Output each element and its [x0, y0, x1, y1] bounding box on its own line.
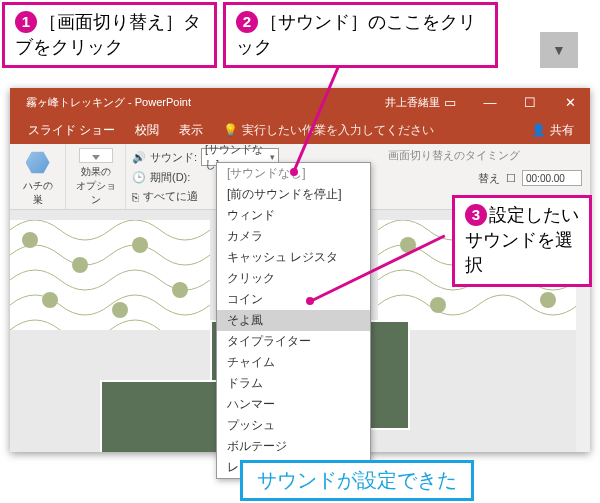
svg-point-11: [430, 297, 446, 313]
apply-all-icon: ⎘: [132, 191, 139, 203]
timing-value: 00:00.00: [526, 173, 565, 184]
minimize-icon: —: [484, 95, 497, 110]
page-down-button[interactable]: ▼: [540, 32, 578, 68]
tab-review[interactable]: 校閲: [125, 122, 169, 139]
share-icon: 👤: [531, 123, 546, 137]
timing-change-label: 替え: [478, 171, 500, 186]
sound-option[interactable]: [前のサウンドを停止]: [217, 184, 370, 205]
tell-me-label: 実行したい作業を入力してください: [242, 122, 434, 139]
apply-all-label: すべてに適: [143, 189, 198, 204]
checkbox-icon[interactable]: ☐: [506, 172, 516, 185]
svg-point-4: [172, 282, 188, 298]
tab-view[interactable]: 表示: [169, 122, 213, 139]
ribbon-display-options-button[interactable]: ▭: [430, 88, 470, 116]
sound-icon: 🔊: [132, 151, 146, 164]
effect-options-label: 効果の オプション: [74, 165, 117, 207]
svg-point-3: [132, 237, 148, 253]
title-bar: 霧ヶ峰トレッキング - PowerPoint 井上香緒里 ▭ — ☐ ✕: [10, 88, 590, 116]
sound-option[interactable]: カメラ: [217, 226, 370, 247]
effect-options-icon: [79, 148, 113, 163]
sound-dropdown-list: [サウンドなし][前のサウンドを停止]ウィンドカメラキャッシュ レジスタクリック…: [216, 162, 371, 479]
result-caption: サウンドが設定できた: [240, 460, 474, 501]
duration-label: 期間(D):: [150, 170, 190, 185]
ribbon-tab-bar: スライド ショー 校閲 表示 💡 実行したい作業を入力してください 👤 共有: [10, 116, 590, 144]
share-button[interactable]: 👤 共有: [531, 122, 574, 139]
clock-icon: 🕒: [132, 171, 146, 184]
timing-value-box[interactable]: 00:00.00: [522, 170, 582, 186]
callout-2-number: 2: [236, 11, 258, 33]
svg-rect-0: [10, 220, 210, 330]
callout-2: 2［サウンド］のここをクリック: [223, 2, 498, 68]
close-button[interactable]: ✕: [550, 88, 590, 116]
tab-slideshow[interactable]: スライド ショー: [18, 122, 125, 139]
sound-option[interactable]: ウィンド: [217, 205, 370, 226]
sound-label: サウンド:: [150, 150, 197, 165]
leader-dot-2: [290, 168, 298, 176]
timing-header: 画面切り替えのタイミング: [388, 148, 582, 163]
lightbulb-icon: 💡: [223, 123, 238, 137]
share-label: 共有: [550, 122, 574, 139]
callout-1-text: ［画面切り替え］タブをクリック: [15, 12, 201, 57]
callout-2-text: ［サウンド］のここをクリック: [236, 12, 476, 57]
svg-point-6: [112, 302, 128, 318]
sound-option[interactable]: コイン: [217, 289, 370, 310]
ribbon-options-icon: ▭: [444, 95, 456, 110]
callout-3: 3設定したいサウンドを選択: [452, 195, 592, 287]
transition-honeycomb[interactable]: ハチの巣: [10, 144, 66, 209]
sound-option[interactable]: ドラム: [217, 373, 370, 394]
slide-pattern-left: [10, 220, 210, 330]
svg-point-2: [72, 257, 88, 273]
sound-option[interactable]: プッシュ: [217, 415, 370, 436]
sound-option[interactable]: そよ風: [217, 310, 370, 331]
minimize-button[interactable]: —: [470, 88, 510, 116]
chevron-down-icon: ▼: [552, 42, 566, 58]
svg-point-5: [42, 292, 58, 308]
sound-option[interactable]: ボルテージ: [217, 436, 370, 457]
sound-option[interactable]: クリック: [217, 268, 370, 289]
sound-option[interactable]: キャッシュ レジスタ: [217, 247, 370, 268]
close-icon: ✕: [565, 95, 576, 110]
effect-options-button[interactable]: 効果の オプション: [66, 144, 126, 209]
callout-1: 1［画面切り替え］タブをクリック: [2, 2, 217, 68]
sound-option[interactable]: タイプライター: [217, 331, 370, 352]
sound-option[interactable]: チャイム: [217, 352, 370, 373]
maximize-icon: ☐: [524, 95, 536, 110]
svg-point-12: [540, 292, 556, 308]
callout-1-number: 1: [15, 11, 37, 33]
svg-point-1: [22, 232, 38, 248]
callout-3-number: 3: [465, 204, 487, 226]
window-title: 霧ヶ峰トレッキング - PowerPoint: [26, 95, 191, 110]
chevron-down-icon: ▾: [270, 152, 275, 162]
honeycomb-icon: [22, 148, 54, 177]
tell-me-box[interactable]: 💡 実行したい作業を入力してください: [223, 122, 434, 139]
maximize-button[interactable]: ☐: [510, 88, 550, 116]
honeycomb-label: ハチの巣: [18, 179, 57, 207]
leader-dot-3: [306, 297, 314, 305]
sound-option[interactable]: ハンマー: [217, 394, 370, 415]
